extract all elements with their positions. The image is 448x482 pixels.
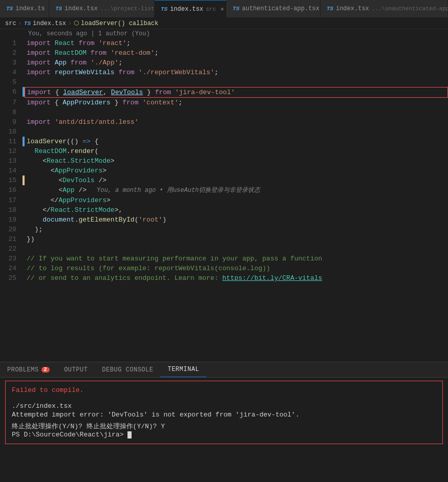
code-line-25: 25 // or send to an analytics endpoint. … (0, 273, 448, 283)
line-number: 13 (0, 156, 23, 166)
code-line-7: 7 import { AppProviders } from 'context'… (0, 98, 448, 107)
tab-index-ts[interactable]: TS index.ts (0, 0, 49, 17)
line-number: 23 (0, 254, 23, 264)
code-content: // or send to an analytics endpoint. Lea… (25, 273, 448, 283)
code-content: import ReactDOM from 'react-dom'; (25, 48, 448, 58)
code-line-11: 11 loadServer(() => { (0, 137, 448, 146)
tab-problems[interactable]: PROBLEMS 2 (0, 362, 57, 377)
line-number: 10 (0, 127, 23, 137)
line-number: 14 (0, 166, 23, 176)
tab-output[interactable]: OUTPUT (57, 362, 95, 377)
terminal-prompt-1: 终止批处理操作(Y/N)? 终止批处理操作(Y/N)? Y (12, 422, 436, 431)
ts-icon: TS (6, 6, 13, 12)
tab-problems-label: PROBLEMS (7, 366, 39, 374)
tab-output-label: OUTPUT (64, 366, 88, 374)
ts-icon: TS (161, 6, 167, 12)
code-content: ); (25, 225, 448, 234)
tab-bar: TS index.ts TS index.tsx ...\project-lis… (0, 0, 448, 18)
code-line-21: 21 }) (0, 234, 448, 244)
ts-icon: TS (232, 6, 239, 12)
line-number: 18 (0, 205, 23, 215)
tab-terminal[interactable]: TERMINAL (160, 362, 206, 377)
inline-blame: You, a month ago • 用useAuth切换登录与非登录状态 (97, 187, 260, 194)
breadcrumb-src[interactable]: src (5, 20, 16, 27)
tab-label: index.tsx (336, 5, 369, 12)
terminal-prompt-2: PS D:\SourceCode\React\jira> (12, 431, 436, 439)
cursor (127, 431, 132, 439)
code-line-24: 24 // to log results (for example: repor… (0, 264, 448, 273)
tab-debug-label: DEBUG CONSOLE (102, 366, 153, 374)
code-content: document.getElementById('root') (25, 215, 448, 225)
tab-debug-console[interactable]: DEBUG CONSOLE (95, 362, 160, 377)
error-title: Failed to compile. (12, 386, 436, 394)
line-number: 11 (0, 137, 23, 146)
tab-authenticated-app[interactable]: TS authenticated-app.tsx (226, 0, 320, 17)
breadcrumb: src › TS index.tsx › ⬡ loadServer() call… (0, 18, 448, 29)
line-number: 6 (0, 87, 23, 97)
tab-terminal-label: TERMINAL (167, 366, 199, 373)
code-line-16: 16 <App />You, a month ago • 用useAuth切换登… (0, 185, 448, 195)
code-content: import reportWebVitals from './reportWeb… (25, 68, 448, 77)
tab-index-tsx-project-list[interactable]: TS index.tsx ...\project-list (49, 0, 155, 17)
code-editor: 1 import React from 'react'; 2 import Re… (0, 38, 448, 284)
ts-icon: TS (55, 6, 62, 12)
code-content: import React from 'react'; (25, 38, 448, 48)
breadcrumb-file[interactable]: index.tsx (33, 20, 66, 27)
code-content: <DevTools /> (25, 176, 448, 185)
line-number: 8 (0, 107, 23, 117)
code-line-9: 9 import 'antd/dist/antd.less' (0, 117, 448, 127)
line-marker (23, 244, 25, 254)
tab-subtitle: ...\unauthenticated-app (372, 6, 448, 12)
line-number: 7 (0, 98, 23, 107)
git-blame-line: You, seconds ago | 1 author (You) (0, 29, 448, 38)
terminal-error-box: Failed to compile. ./src/index.tsx Attem… (5, 381, 443, 444)
code-line-26: 26 reportWebVitals(); (0, 283, 448, 284)
breadcrumb-icon: ⬡ (74, 19, 79, 27)
line-number: 20 (0, 225, 23, 234)
code-content: </AppProviders> (25, 195, 448, 205)
line-number: 12 (0, 146, 23, 156)
code-line-8: 8 (0, 107, 448, 117)
line-number: 4 (0, 68, 23, 77)
tab-index-tsx-src[interactable]: TS index.tsx src ✕ (155, 0, 226, 17)
tab-close-button[interactable]: ✕ (221, 6, 224, 12)
line-number: 16 (0, 185, 23, 195)
code-line-19: 19 document.getElementById('root') (0, 215, 448, 225)
ts-icon-breadcrumb: TS (24, 20, 31, 27)
code-line-20: 20 ); (0, 225, 448, 234)
code-line-4: 4 import reportWebVitals from './reportW… (0, 68, 448, 77)
bottom-panel: PROBLEMS 2 OUTPUT DEBUG CONSOLE TERMINAL… (0, 362, 448, 482)
problems-badge: 2 (41, 367, 50, 373)
code-line-10: 10 (0, 127, 448, 137)
line-number: 2 (0, 48, 23, 58)
line-number: 24 (0, 264, 23, 273)
code-content: ReactDOM.render( (25, 146, 448, 156)
code-line-2: 2 import ReactDOM from 'react-dom'; (0, 48, 448, 58)
line-number: 9 (0, 117, 23, 127)
tab-subtitle: src (206, 6, 216, 12)
code-line-1: 1 import React from 'react'; (0, 38, 448, 48)
tab-label: index.ts (15, 5, 45, 12)
code-line-23: 23 // If you want to start measuring per… (0, 254, 448, 264)
line-number: 5 (0, 77, 23, 87)
code-content: import App from './App'; (25, 58, 448, 68)
code-content: import { AppProviders } from 'context'; (25, 98, 448, 107)
code-line-5: 5 (0, 77, 448, 87)
breadcrumb-callback[interactable]: loadServer() callback (81, 20, 158, 27)
code-content: // If you want to start measuring perfor… (25, 254, 448, 264)
tab-subtitle: ...\project-list (100, 6, 155, 12)
line-number: 17 (0, 195, 23, 205)
code-line-14: 14 <AppProviders> (0, 166, 448, 176)
code-content: import 'antd/dist/antd.less' (25, 117, 448, 127)
line-number: 21 (0, 234, 23, 244)
code-content: <App />You, a month ago • 用useAuth切换登录与非… (25, 185, 448, 195)
tab-label: index.tsx (170, 6, 203, 13)
code-line-15: 15 <DevTools /> (0, 176, 448, 185)
ts-icon: TS (327, 6, 333, 12)
code-content: reportWebVitals(); (25, 283, 448, 284)
line-number: 3 (0, 58, 23, 68)
line-number: 22 (0, 244, 23, 254)
code-content: <React.StrictMode> (25, 156, 448, 166)
tab-index-tsx-unauthenticated[interactable]: TS index.tsx ...\unauthenticated-app (321, 0, 448, 17)
code-line-18: 18 </React.StrictMode>, (0, 205, 448, 215)
